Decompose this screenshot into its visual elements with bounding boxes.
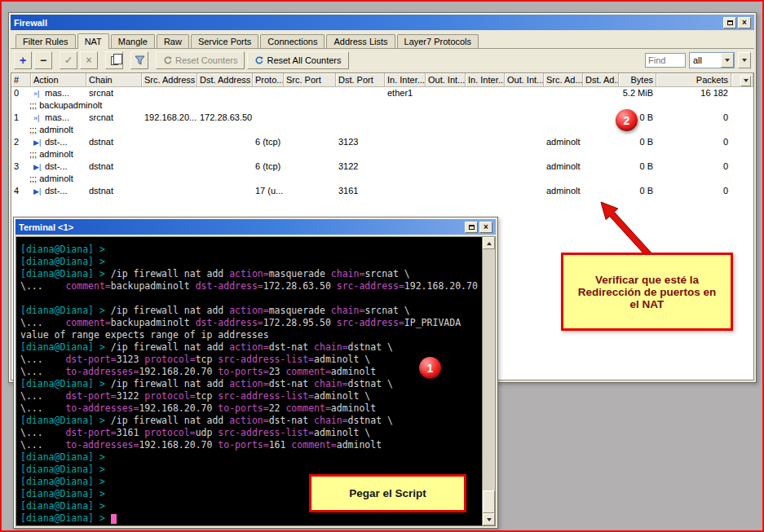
- cell-packets: 0: [656, 185, 731, 197]
- column-header-in-inter-[interactable]: In. Inter...: [385, 73, 426, 87]
- find-scope-combo[interactable]: all: [689, 52, 735, 68]
- column-header-src-ad-[interactable]: Src. Ad...: [544, 73, 583, 87]
- column-header-bytes[interactable]: Bytes: [619, 73, 656, 87]
- terminal-line: \... to-addresses=192.168.20.70 to-ports…: [20, 366, 480, 378]
- terminal-titlebar[interactable]: Terminal <1> ×: [15, 219, 496, 235]
- firewall-title: Firewall: [14, 18, 723, 28]
- scroll-down-button[interactable]: [483, 513, 495, 525]
- firewall-titlebar[interactable]: Firewall ×: [11, 15, 754, 30]
- column-header-dst-port[interactable]: Dst. Port: [336, 73, 385, 87]
- scrollbar-track[interactable]: [483, 249, 495, 513]
- scroll-up-button[interactable]: [483, 237, 495, 249]
- column-header-action[interactable]: Action: [31, 73, 86, 87]
- dst-nat-icon: ▶|: [33, 137, 45, 148]
- column-header-src-port[interactable]: Src. Port: [284, 73, 336, 87]
- find-input[interactable]: [645, 53, 686, 68]
- close-button[interactable]: ×: [738, 17, 751, 29]
- extra-dropdown-button[interactable]: [738, 52, 751, 68]
- dst-nat-icon: ▶|: [33, 186, 45, 197]
- tab-mangle[interactable]: Mangle: [111, 34, 155, 48]
- column-header-dst-address[interactable]: Dst. Address: [197, 73, 253, 87]
- chevron-down-icon: [744, 79, 749, 82]
- maximize-button[interactable]: [465, 222, 478, 233]
- tab-layer7-protocols[interactable]: Layer7 Protocols: [397, 34, 479, 48]
- tab-bar: Filter RulesNATMangleRawService PortsCon…: [11, 30, 754, 48]
- reset-counters-button[interactable]: Reset Counters: [156, 51, 245, 69]
- dst-nat-icon: ▶|: [33, 161, 45, 173]
- cell-dstadd: [583, 136, 619, 148]
- column-header--[interactable]: #: [11, 73, 31, 87]
- terminal-line: [diana@Diana] > /ip firewall nat add act…: [20, 268, 480, 280]
- cell-outlist: [505, 112, 544, 124]
- rule-row[interactable]: 1»|mas...srcnat192.168.20...172.28.63.50…: [11, 112, 753, 124]
- combo-arrow-button[interactable]: [721, 53, 734, 68]
- comment-row[interactable]: ;;; backupadminolt: [11, 99, 753, 112]
- column-header-out-int-[interactable]: Out. Int...: [426, 73, 466, 87]
- callout-nat-redirect: Verificar que esté la Redirección de pue…: [561, 253, 733, 331]
- terminal-line: [diana@Diana] > /ip firewall nat add act…: [20, 415, 480, 427]
- column-select-button[interactable]: [740, 76, 751, 86]
- cell-sradd: [544, 87, 583, 99]
- terminal-line: [20, 292, 480, 305]
- terminal-scrollbar[interactable]: [482, 237, 495, 525]
- comment-text: ;;; adminolt: [11, 124, 73, 136]
- cell-packets: 0: [656, 112, 731, 124]
- maximize-icon: [469, 225, 475, 230]
- comment-row[interactable]: ;;; adminolt: [11, 173, 753, 185]
- cell-chain: srcnat: [86, 112, 142, 124]
- cell-packets: 16 182: [656, 87, 731, 99]
- masquerade-icon: »|: [33, 88, 45, 99]
- comment-text: ;;; adminolt: [11, 173, 73, 185]
- cell-src: 192.168.20...: [142, 112, 197, 124]
- cell-sport: [284, 185, 336, 197]
- disable-rule-button[interactable]: ×: [80, 51, 98, 69]
- tab-address-lists[interactable]: Address Lists: [326, 34, 395, 48]
- tab-raw[interactable]: Raw: [157, 34, 189, 48]
- cell-sport: [284, 112, 336, 124]
- column-header-out-int-[interactable]: Out. Int...: [505, 73, 544, 87]
- copy-rule-button[interactable]: [105, 51, 123, 69]
- tab-nat[interactable]: NAT: [77, 33, 109, 49]
- column-header-chain[interactable]: Chain: [86, 73, 142, 87]
- cell-outlist: [505, 160, 544, 173]
- tab-connections[interactable]: Connections: [260, 34, 325, 48]
- cell-inif: ether1: [385, 87, 426, 99]
- scrollbar-thumb[interactable]: [483, 490, 495, 513]
- cell-action: ▶|dst-...: [31, 136, 86, 148]
- cell-packets: 0: [656, 160, 731, 173]
- cell-num: 1: [11, 112, 31, 124]
- tab-filter-rules[interactable]: Filter Rules: [15, 34, 76, 48]
- rule-row[interactable]: 3▶|dst-...dstnat6 (tcp)3122adminolt0 B0: [11, 160, 753, 173]
- rule-row[interactable]: 2▶|dst-...dstnat6 (tcp)3123adminolt0 B0: [11, 136, 753, 148]
- terminal-title: Terminal <1>: [19, 222, 465, 232]
- cell-proto: 17 (u...: [253, 185, 284, 197]
- cell-num: 4: [11, 185, 31, 197]
- comment-row[interactable]: ;;; adminolt: [11, 124, 753, 136]
- terminal-line: value of range expects range of ip addre…: [20, 329, 480, 341]
- add-rule-button[interactable]: +: [14, 51, 32, 69]
- comment-row[interactable]: ;;; adminolt: [11, 148, 753, 160]
- reset-all-counters-button[interactable]: Reset All Counters: [247, 51, 348, 69]
- cell-inlist: [466, 112, 505, 124]
- terminal-line: [diana@Diana] >: [20, 512, 480, 525]
- enable-rule-button[interactable]: ✓: [60, 51, 77, 69]
- close-button[interactable]: ×: [479, 222, 492, 233]
- tab-service-ports[interactable]: Service Ports: [191, 34, 258, 48]
- find-scope-value: all: [690, 55, 721, 65]
- chevron-down-icon: [725, 59, 730, 62]
- cell-packets: 0: [656, 136, 731, 148]
- column-header-in-inter-[interactable]: In. Inter...: [466, 73, 505, 87]
- maximize-button[interactable]: [723, 17, 736, 29]
- rule-row[interactable]: 0»|mas...srcnatether15.2 MiB16 182: [11, 87, 753, 99]
- terminal-line: [diana@Diana] > /ip firewall nat add act…: [20, 341, 480, 354]
- cell-bytes: 0 B: [619, 136, 656, 148]
- filter-button[interactable]: [130, 51, 148, 69]
- cell-chain: dstnat: [86, 185, 142, 197]
- copy-icon: [111, 56, 118, 65]
- column-header-dst-ad-[interactable]: Dst. Ad...: [583, 73, 619, 87]
- column-header-src-address[interactable]: Src. Address: [142, 73, 197, 87]
- remove-rule-button[interactable]: −: [34, 51, 52, 69]
- column-header-packets[interactable]: Packets: [656, 73, 731, 87]
- column-header-proto-[interactable]: Proto...: [253, 73, 284, 87]
- screenshot-frame: Firewall × Filter RulesNATMangleRawServi…: [0, 0, 764, 532]
